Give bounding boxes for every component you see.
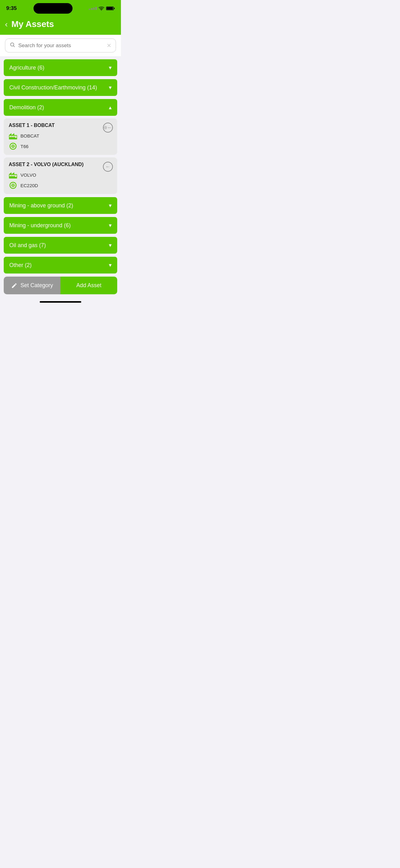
chevron-down-icon: ▾ — [109, 222, 112, 229]
svg-marker-23 — [12, 172, 14, 174]
add-asset-button[interactable]: Add Asset — [61, 277, 117, 294]
status-bar: 9:35 — [0, 0, 121, 16]
asset-1-title: ASSET 1 - BOBCAT — [9, 123, 112, 128]
factory-icon — [9, 170, 18, 179]
asset-1-model-row: T66 — [9, 142, 112, 151]
svg-point-16 — [12, 146, 14, 147]
model-icon — [9, 181, 18, 190]
chevron-down-icon: ▾ — [109, 64, 112, 71]
svg-rect-21 — [15, 175, 16, 177]
chevron-down-icon: ▾ — [109, 202, 112, 209]
asset-2-model: EC220D — [21, 183, 38, 188]
asset-2-manufacturer: VOLVO — [21, 172, 36, 178]
asset-card-1: ASSET 1 - BOBCAT ← BOBCAT — [4, 118, 117, 155]
asset-2-model-row: EC220D — [9, 181, 112, 190]
chevron-down-icon: ▾ — [109, 262, 112, 269]
search-box: ✕ — [5, 38, 116, 53]
bottom-bar: Set Category Add Asset — [4, 277, 117, 294]
asset-1-model: T66 — [21, 144, 29, 149]
battery-icon — [106, 6, 115, 10]
asset-2-title: ASSET 2 - VOLVO (AUCKLAND) — [9, 162, 112, 167]
category-mining-under[interactable]: Mining - underground (6) ▾ — [4, 217, 117, 234]
svg-rect-2 — [114, 8, 115, 9]
svg-rect-10 — [13, 136, 14, 137]
category-civil[interactable]: Civil Construction/Earthmoving (14) ▾ — [4, 79, 117, 96]
svg-rect-11 — [15, 136, 16, 138]
chevron-up-icon: ▴ — [109, 104, 112, 111]
asset-1-manufacturer: BOBCAT — [21, 133, 39, 138]
search-container: ✕ — [0, 35, 121, 56]
category-agriculture[interactable]: Agriculture (6) ▾ — [4, 59, 117, 76]
home-indicator — [0, 298, 121, 305]
page-title: My Assets — [11, 19, 54, 29]
pencil-icon — [11, 282, 18, 289]
asset-card-2: ASSET 2 - VOLVO (AUCKLAND) ← VOLVO — [4, 157, 117, 194]
set-category-label: Set Category — [21, 282, 53, 289]
wifi-icon — [99, 6, 104, 10]
status-time: 9:35 — [6, 5, 17, 11]
svg-point-0 — [101, 10, 102, 10]
chevron-down-icon: ▾ — [109, 84, 112, 91]
signal-icon — [89, 7, 97, 10]
category-mining-above[interactable]: Mining - above ground (2) ▾ — [4, 197, 117, 214]
asset-1-manufacturer-row: BOBCAT — [9, 131, 112, 140]
category-mining-above-label: Mining - above ground (2) — [9, 203, 73, 209]
category-civil-label: Civil Construction/Earthmoving (14) — [9, 85, 97, 91]
search-icon — [10, 42, 15, 49]
svg-marker-13 — [12, 133, 14, 135]
category-agriculture-label: Agriculture (6) — [9, 65, 44, 71]
search-input[interactable] — [18, 42, 104, 49]
asset-1-link-button[interactable]: ← — [103, 123, 113, 132]
category-demolition-label: Demolition (2) — [9, 104, 44, 111]
dynamic-island — [33, 3, 72, 14]
asset-2-link-button[interactable]: ← — [103, 162, 113, 172]
svg-rect-19 — [11, 175, 13, 176]
svg-rect-14 — [10, 134, 11, 135]
back-button[interactable]: ‹ — [5, 20, 8, 28]
factory-icon — [9, 131, 18, 140]
home-bar — [40, 301, 81, 303]
model-icon — [9, 142, 18, 151]
category-mining-under-label: Mining - underground (6) — [9, 222, 71, 229]
set-category-button[interactable]: Set Category — [4, 277, 61, 294]
svg-rect-3 — [107, 7, 113, 10]
svg-point-25 — [12, 185, 14, 186]
svg-rect-8 — [10, 136, 11, 137]
header: ‹ My Assets — [0, 16, 121, 35]
category-demolition[interactable]: Demolition (2) ▴ — [4, 99, 117, 116]
status-icons — [89, 6, 115, 10]
svg-line-5 — [13, 45, 14, 46]
category-oil-gas-label: Oil and gas (7) — [9, 242, 46, 249]
add-asset-label: Add Asset — [76, 282, 101, 289]
svg-rect-20 — [13, 175, 14, 176]
asset-2-manufacturer-row: VOLVO — [9, 170, 112, 179]
category-other-label: Other (2) — [9, 262, 32, 269]
svg-rect-9 — [11, 136, 13, 137]
svg-rect-18 — [10, 175, 11, 176]
chevron-down-icon: ▾ — [109, 242, 112, 249]
clear-icon[interactable]: ✕ — [107, 42, 111, 49]
svg-marker-22 — [9, 172, 11, 174]
category-other[interactable]: Other (2) ▾ — [4, 257, 117, 274]
category-oil-gas[interactable]: Oil and gas (7) ▾ — [4, 237, 117, 254]
